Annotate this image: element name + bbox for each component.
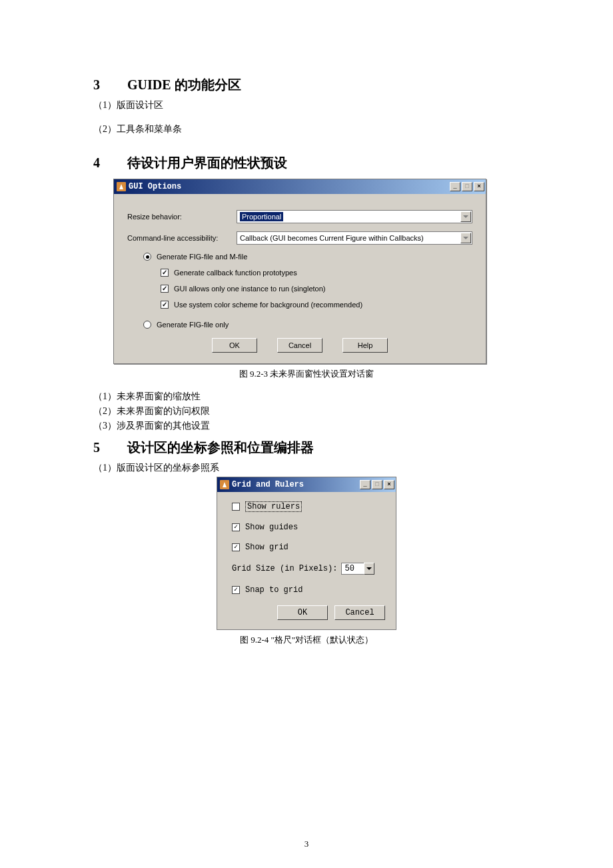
radio-icon [143,253,151,261]
grid-size-label: Grid Size (in Pixels): [232,564,337,573]
grid-rulers-title: Grid and Rulers [232,480,360,489]
checkbox-icon [161,269,169,277]
checkbox-icon [232,503,240,511]
system-color-label: Use system color scheme for background (… [174,301,362,309]
heading-3-num: 3 [93,77,124,93]
checkbox-icon [232,543,240,551]
show-guides-label: Show guides [245,523,298,532]
post-fig1-item-3: （3）涉及界面窗的其他设置 [93,420,520,432]
cmdline-access-value: Callback (GUI becomes Current Figure wit… [240,234,424,242]
show-grid-label: Show grid [245,543,289,552]
gui-options-titlebar: GUI Options _ □ × [114,179,486,194]
section3-item-1: （1）版面设计区 [93,99,520,111]
heading-4: 4 待设计用户界面的性状预设 [93,154,520,172]
heading-3: 3 GUIDE 的功能分区 [93,76,520,94]
heading-5: 5 设计区的坐标参照和位置编排器 [93,439,520,457]
gui-options-dialog: GUI Options _ □ × Resize behavior: Propo… [113,179,486,364]
cmdline-access-label: Command-line accessibility: [127,234,237,242]
checkbox-icon [161,285,169,293]
generate-callback-checkbox[interactable]: Generate callback function prototypes [127,269,472,277]
cancel-button[interactable]: Cancel [277,338,322,353]
close-button[interactable]: × [474,182,484,191]
grid-size-dropdown[interactable] [364,563,374,575]
show-grid-checkbox[interactable]: Show grid [228,543,385,552]
heading-4-num: 4 [93,155,124,171]
figure-9-2-3-caption: 图 9.2-3 未来界面窗性状设置对话窗 [93,368,520,380]
show-guides-checkbox[interactable]: Show guides [228,523,385,532]
ok-button[interactable]: OK [212,338,257,353]
generate-fig-only-radio[interactable]: Generate FIG-file only [127,321,472,329]
heading-5-title: 设计区的坐标参照和位置编排器 [127,440,314,455]
chevron-down-icon [460,211,471,222]
maximize-button[interactable]: □ [462,182,472,191]
grid-rulers-titlebar: Grid and Rulers _ □ × [217,477,396,492]
app-icon [117,182,126,191]
figure-9-2-4-caption: 图 9.2-4 "格尺"对话框（默认状态） [93,634,520,646]
show-rulers-label: Show rulers [245,501,302,512]
generate-fig-m-radio[interactable]: Generate FIG-file and M-file [127,253,472,261]
generate-fig-m-label: Generate FIG-file and M-file [157,253,247,261]
post-fig1-item-2: （2）未来界面窗的访问权限 [93,405,520,417]
radio-icon [143,321,151,329]
singleton-checkbox[interactable]: GUI allows only one instance to run (sin… [127,285,472,293]
chevron-down-icon [460,233,471,243]
resize-behavior-dropdown[interactable]: Proportional [237,210,472,223]
show-rulers-checkbox[interactable]: Show rulers [228,501,385,512]
system-color-checkbox[interactable]: Use system color scheme for background (… [127,301,472,309]
heading-5-num: 5 [93,440,124,455]
cancel-button[interactable]: Cancel [334,605,385,620]
section3-item-2: （2）工具条和菜单条 [93,123,520,135]
app-icon [220,480,229,489]
grid-size-input[interactable]: 50 [341,563,364,575]
maximize-button[interactable]: □ [372,480,382,489]
grid-rulers-dialog: Grid and Rulers _ □ × Show rulers Show g… [217,477,396,630]
snap-to-grid-checkbox[interactable]: Snap to grid [228,585,385,595]
minimize-button[interactable]: _ [360,480,370,489]
cmdline-access-dropdown[interactable]: Callback (GUI becomes Current Figure wit… [237,231,472,245]
snap-to-grid-label: Snap to grid [245,585,303,595]
ok-button[interactable]: OK [277,605,328,620]
help-button[interactable]: Help [342,338,388,353]
section5-item-1: （1）版面设计区的坐标参照系 [93,462,520,474]
heading-4-title: 待设计用户界面的性状预设 [127,155,287,170]
post-fig1-item-1: （1）未来界面窗的缩放性 [93,391,520,403]
minimize-button[interactable]: _ [450,182,460,191]
singleton-label: GUI allows only one instance to run (sin… [174,285,325,293]
checkbox-icon [232,523,240,531]
generate-callback-label: Generate callback function prototypes [174,269,297,277]
checkbox-icon [161,301,169,309]
resize-behavior-label: Resize behavior: [127,213,237,221]
page-number: 3 [0,839,613,849]
close-button[interactable]: × [384,480,394,489]
checkbox-icon [232,586,240,594]
gui-options-title: GUI Options [129,182,450,191]
resize-behavior-value: Proportional [240,212,283,221]
heading-3-title: GUIDE 的功能分区 [127,77,241,92]
generate-fig-only-label: Generate FIG-file only [157,321,229,329]
